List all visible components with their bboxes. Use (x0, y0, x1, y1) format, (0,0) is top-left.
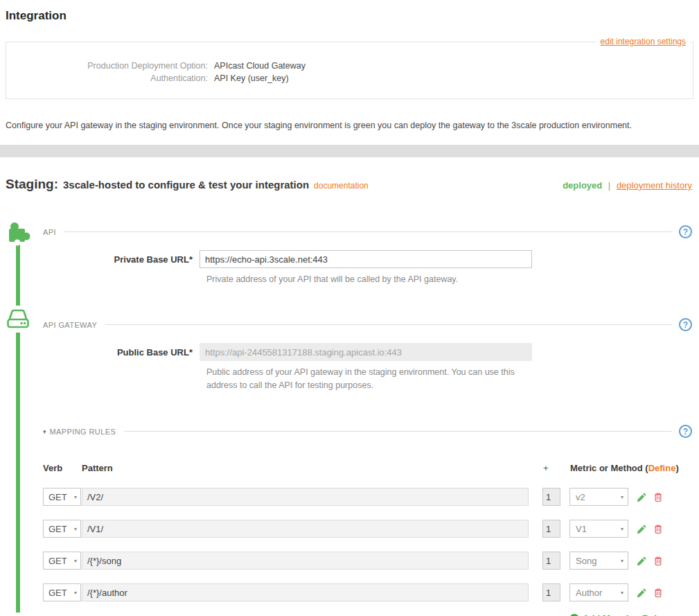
pattern-input[interactable] (82, 583, 529, 601)
trash-icon (653, 492, 663, 502)
section-rule (105, 324, 672, 325)
pencil-icon (637, 524, 647, 534)
delete-rule-button[interactable] (653, 588, 663, 598)
verb-select[interactable]: GET ▾ (43, 488, 81, 506)
verb-select[interactable]: GET ▾ (43, 552, 81, 570)
staging-header: Staging: 3scale-hosted to configure & te… (6, 177, 692, 192)
deployment-history-link[interactable]: deployment history (617, 180, 692, 191)
increment-column-header: + (543, 463, 561, 473)
mapping-rules-header-row: Verb Pattern + Metric or Method (Define) (43, 461, 692, 474)
mapping-rules-table: Verb Pattern + Metric or Method (Define)… (43, 461, 692, 616)
settings-row: Production Deployment Option: APIcast Cl… (6, 60, 693, 72)
add-mapping-rule-button[interactable]: + Add Mapping Rule (569, 613, 692, 616)
chevron-down-icon: ▾ (74, 526, 77, 532)
pencil-icon (637, 556, 647, 566)
integration-page: Integration edit integration settings Pr… (0, 0, 699, 616)
help-icon[interactable]: ? (679, 425, 692, 438)
api-section-header: API ? (43, 225, 692, 238)
increment-input[interactable] (542, 488, 560, 506)
api-gateway-section-label: API GATEWAY (43, 321, 97, 329)
mapping-rules-section-label: MAPPING RULES (50, 428, 116, 436)
mapping-rule-row: GET ▾ Author ▾ (43, 583, 692, 601)
integration-settings-box: edit integration settings Production Dep… (6, 42, 693, 99)
divider-band (0, 145, 699, 157)
mapping-rule-row: GET ▾ Song ▾ (43, 552, 692, 570)
delete-rule-button[interactable] (653, 524, 663, 534)
pattern-input[interactable] (82, 520, 529, 538)
settings-row: Authentication: API Key (user_key) (6, 72, 693, 85)
chevron-down-icon: ▾ (74, 494, 77, 500)
authentication-value: API Key (user_key) (214, 72, 289, 85)
trash-icon (653, 524, 663, 534)
section-rule (124, 431, 672, 432)
rail-connector-line (16, 333, 20, 613)
trash-icon (653, 556, 663, 566)
help-icon[interactable]: ? (679, 225, 692, 238)
metric-column-header: Metric or Method (Define) (570, 463, 679, 473)
metric-select[interactable]: Song ▾ (569, 552, 628, 570)
staging-title-group: Staging: 3scale-hosted to configure & te… (6, 177, 369, 192)
staging-title: Staging: (6, 177, 58, 192)
plus-circle-icon: + (569, 614, 579, 616)
verb-select[interactable]: GET ▾ (43, 520, 81, 538)
private-base-url-row: Private Base URL* (43, 250, 692, 268)
define-link[interactable]: Define (648, 463, 676, 473)
intro-text: Configure your API gateway in the stagin… (6, 121, 693, 130)
help-icon[interactable]: ? (679, 318, 692, 331)
increment-input[interactable] (542, 520, 560, 538)
pencil-icon (637, 588, 647, 598)
api-gateway-server-icon (4, 306, 32, 336)
chevron-down-icon: ▾ (621, 590, 623, 596)
chevron-down-icon: ▾ (74, 558, 77, 564)
authentication-label: Authentication: (6, 72, 214, 85)
public-base-url-label: Public Base URL* (43, 347, 200, 358)
public-base-url-input (200, 343, 532, 361)
chevron-down-icon: ▾ (74, 590, 77, 596)
mapping-rules-section-header[interactable]: ▾ MAPPING RULES ? (43, 425, 692, 438)
metric-select[interactable]: V1 ▾ (569, 520, 628, 538)
deployed-status: deployed (563, 180, 602, 191)
api-puzzle-icon (4, 218, 32, 249)
staging-subtitle: 3scale-hosted to configure & test your i… (63, 179, 309, 191)
pattern-column-header: Pattern (82, 463, 529, 473)
edit-rule-button[interactable] (637, 492, 647, 502)
deployment-option-value: APIcast Cloud Gateway (214, 60, 306, 72)
metric-select[interactable]: v2 ▾ (569, 488, 628, 506)
trash-icon (653, 588, 663, 598)
mapping-rule-row: GET ▾ V1 ▾ (43, 520, 692, 538)
api-section-label: API (43, 228, 56, 236)
public-base-url-row: Public Base URL* (43, 343, 692, 361)
deploy-status-group: deployed | deployment history (563, 180, 692, 191)
increment-input[interactable] (542, 552, 560, 570)
page-title: Integration (0, 0, 699, 23)
edit-rule-button[interactable] (637, 588, 647, 598)
section-rule (64, 231, 672, 232)
pencil-icon (637, 492, 647, 502)
chevron-down-icon: ▾ (621, 558, 623, 564)
add-mapping-rule-label: Add Mapping Rule (583, 613, 662, 616)
edit-integration-settings-link[interactable]: edit integration settings (596, 37, 690, 46)
private-base-url-help: Private address of your API that will be… (206, 273, 539, 286)
pattern-input[interactable] (82, 552, 529, 570)
delete-rule-button[interactable] (653, 492, 663, 502)
verb-select[interactable]: GET ▾ (43, 583, 81, 601)
increment-input[interactable] (542, 583, 560, 601)
metric-select[interactable]: Author ▾ (569, 583, 628, 601)
verb-column-header: Verb (43, 463, 82, 473)
staging-form: API ? Private Base URL* Private address … (43, 225, 692, 616)
edit-rule-button[interactable] (637, 524, 647, 534)
chevron-down-icon: ▾ (621, 494, 623, 500)
chevron-down-icon: ▾ (621, 526, 623, 532)
private-base-url-label: Private Base URL* (43, 254, 200, 265)
status-separator: | (608, 180, 610, 191)
edit-rule-button[interactable] (637, 556, 647, 566)
delete-rule-button[interactable] (653, 556, 663, 566)
collapse-caret-icon: ▾ (43, 428, 46, 435)
pattern-input[interactable] (82, 488, 529, 506)
private-base-url-input[interactable] (200, 250, 532, 268)
documentation-link[interactable]: documentation (314, 181, 369, 191)
rail-connector-line (16, 245, 20, 306)
public-base-url-help: Public address of your API gateway in th… (206, 366, 539, 392)
settings-rows: Production Deployment Option: APIcast Cl… (6, 42, 693, 85)
api-gateway-section-header: API GATEWAY ? (43, 318, 692, 331)
